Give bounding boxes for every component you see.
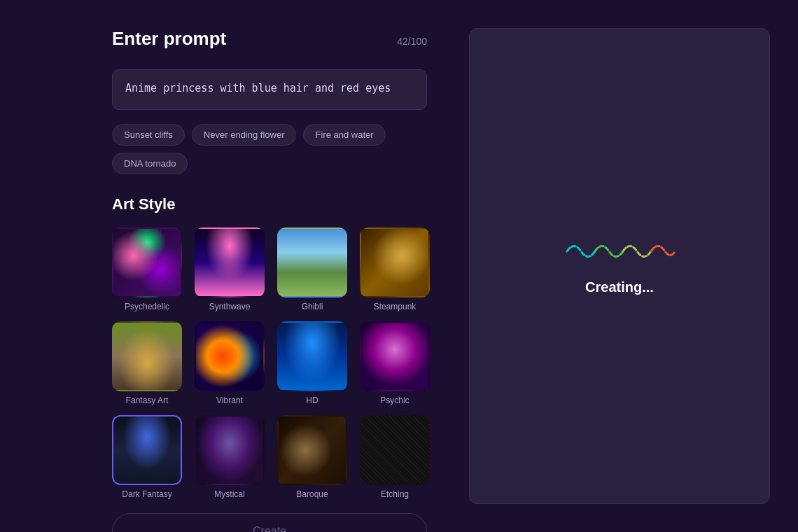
suggestion-chip-3[interactable]: DNA tornado — [112, 153, 188, 174]
style-item-ghibli[interactable]: Ghibli — [277, 227, 347, 312]
preview-box: .wave-path { fill: none; stroke-width: 3… — [469, 28, 770, 504]
style-item-hd[interactable]: HD — [277, 321, 347, 405]
style-item-psychic[interactable]: Psychic — [360, 321, 430, 405]
right-panel: .wave-path { fill: none; stroke-width: 3… — [455, 0, 798, 532]
wave-animation: .wave-path { fill: none; stroke-width: 3… — [564, 237, 676, 265]
left-panel: Enter prompt 42/100 Sunset cliffs Never … — [0, 0, 455, 532]
style-label-etching: Etching — [381, 489, 409, 499]
style-item-fantasy[interactable]: Fantasy Art — [112, 321, 182, 405]
style-label-baroque: Baroque — [296, 489, 328, 499]
suggestion-chip-2[interactable]: Fire and water — [303, 124, 385, 146]
style-thumb-fantasy — [112, 321, 182, 391]
style-item-baroque[interactable]: Baroque — [277, 415, 347, 499]
style-item-mystical[interactable]: Mystical — [195, 415, 265, 499]
suggestion-chip-1[interactable]: Never ending flower — [192, 124, 297, 146]
char-count: 42/100 — [397, 36, 427, 47]
prompt-section: Enter prompt 42/100 — [112, 28, 427, 113]
style-thumb-mystical — [195, 415, 265, 485]
style-thumb-etching — [360, 415, 430, 485]
prompt-header: Enter prompt 42/100 — [112, 28, 427, 61]
style-thumb-baroque — [277, 415, 347, 485]
style-label-vibrant: Vibrant — [216, 396, 243, 405]
prompt-title: Enter prompt — [112, 28, 226, 50]
style-label-ghibli: Ghibli — [302, 302, 323, 312]
suggestions-row: Sunset cliffs Never ending flower Fire a… — [112, 124, 427, 174]
art-style-title: Art Style — [112, 195, 427, 214]
prompt-input[interactable] — [112, 69, 427, 110]
style-thumb-synthwave — [195, 227, 265, 298]
style-grid: Psychedelic Synthwave Ghibli Steampunk F… — [112, 227, 427, 499]
style-item-etching[interactable]: Etching — [360, 415, 430, 499]
style-item-darkfantasy[interactable]: Dark Fantasy — [112, 415, 182, 499]
style-label-mystical: Mystical — [214, 489, 244, 499]
style-thumb-psychic — [360, 321, 430, 391]
style-thumb-hd — [277, 321, 347, 391]
style-label-hd: HD — [306, 396, 318, 405]
style-item-synthwave[interactable]: Synthwave — [195, 227, 265, 312]
suggestion-chip-0[interactable]: Sunset cliffs — [112, 124, 185, 146]
style-label-psychedelic: Psychedelic — [125, 302, 169, 312]
style-label-steampunk: Steampunk — [374, 302, 416, 312]
style-thumb-psychedelic — [112, 227, 182, 298]
style-thumb-steampunk — [360, 227, 430, 298]
style-thumb-vibrant — [195, 321, 265, 391]
wave-svg: .wave-path { fill: none; stroke-width: 3… — [564, 237, 676, 265]
style-item-steampunk[interactable]: Steampunk — [360, 227, 430, 312]
style-thumb-darkfantasy — [112, 415, 182, 485]
create-button[interactable]: Create — [112, 513, 427, 532]
art-style-section: Art Style Psychedelic Synthwave Ghibli S… — [112, 195, 427, 513]
style-label-psychic: Psychic — [380, 396, 409, 405]
style-item-vibrant[interactable]: Vibrant — [195, 321, 265, 405]
style-label-synthwave: Synthwave — [209, 302, 251, 312]
style-label-darkfantasy: Dark Fantasy — [122, 489, 172, 499]
style-item-psychedelic[interactable]: Psychedelic — [112, 227, 182, 312]
style-thumb-ghibli — [277, 227, 347, 298]
style-label-fantasy: Fantasy Art — [126, 396, 169, 405]
creating-text: Creating... — [585, 279, 654, 295]
